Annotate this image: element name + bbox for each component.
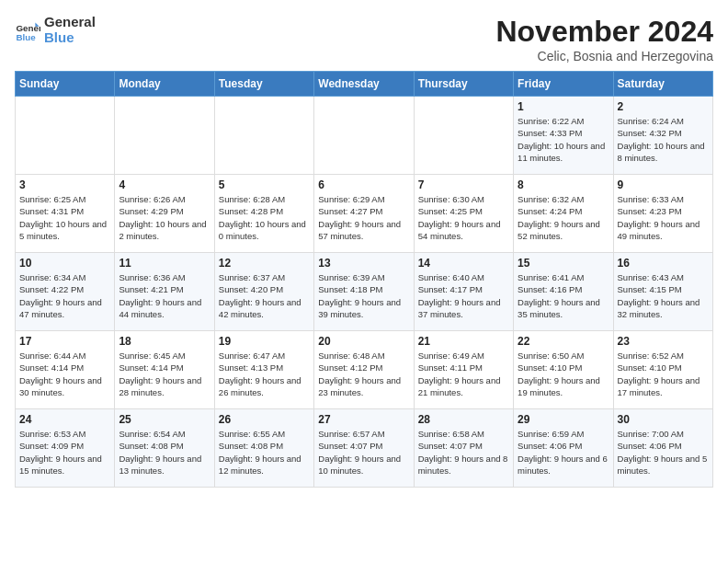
day-info: Sunrise: 6:37 AM Sunset: 4:20 PM Dayligh… [219,271,310,320]
day-info: Sunrise: 6:48 AM Sunset: 4:12 PM Dayligh… [318,350,409,398]
calendar-cell: 24Sunrise: 6:53 AM Sunset: 4:09 PM Dayli… [16,409,115,488]
week-row-5: 24Sunrise: 6:53 AM Sunset: 4:09 PM Dayli… [16,409,713,488]
calendar-cell: 23Sunrise: 6:52 AM Sunset: 4:10 PM Dayli… [613,331,712,409]
day-number: 17 [19,335,110,348]
day-number: 7 [418,178,509,191]
calendar-cell: 14Sunrise: 6:40 AM Sunset: 4:17 PM Dayli… [414,253,513,331]
calendar-cell: 30Sunrise: 7:00 AM Sunset: 4:06 PM Dayli… [613,409,712,488]
week-row-4: 17Sunrise: 6:44 AM Sunset: 4:14 PM Dayli… [16,331,713,409]
day-number: 13 [318,257,409,270]
day-info: Sunrise: 6:40 AM Sunset: 4:17 PM Dayligh… [418,271,509,320]
day-number: 16 [618,257,709,270]
day-number: 14 [418,257,509,270]
calendar-cell: 7Sunrise: 6:30 AM Sunset: 4:25 PM Daylig… [414,175,513,253]
day-info: Sunrise: 6:54 AM Sunset: 4:08 PM Dayligh… [119,428,210,477]
day-number: 5 [219,178,310,191]
weekday-monday: Monday [115,72,214,97]
day-info: Sunrise: 6:28 AM Sunset: 4:28 PM Dayligh… [219,193,310,242]
calendar-cell: 6Sunrise: 6:29 AM Sunset: 4:27 PM Daylig… [314,175,414,253]
calendar-cell: 11Sunrise: 6:36 AM Sunset: 4:21 PM Dayli… [115,253,214,331]
day-number: 12 [219,257,310,270]
calendar-table: SundayMondayTuesdayWednesdayThursdayFrid… [15,71,713,488]
day-number: 10 [19,257,110,270]
day-info: Sunrise: 6:52 AM Sunset: 4:10 PM Dayligh… [618,350,709,398]
day-info: Sunrise: 6:49 AM Sunset: 4:11 PM Dayligh… [418,350,509,398]
calendar-cell [115,97,214,175]
calendar-cell [314,97,414,175]
calendar-body: 1Sunrise: 6:22 AM Sunset: 4:33 PM Daylig… [16,97,713,488]
weekday-header-row: SundayMondayTuesdayWednesdayThursdayFrid… [16,72,713,97]
day-number: 26 [219,413,310,426]
day-number: 11 [119,257,210,270]
calendar-cell: 18Sunrise: 6:45 AM Sunset: 4:14 PM Dayli… [115,331,214,409]
calendar-cell: 21Sunrise: 6:49 AM Sunset: 4:11 PM Dayli… [414,331,513,409]
day-number: 4 [119,178,210,191]
week-row-1: 1Sunrise: 6:22 AM Sunset: 4:33 PM Daylig… [16,97,713,175]
calendar-cell [214,97,313,175]
calendar-cell: 10Sunrise: 6:34 AM Sunset: 4:22 PM Dayli… [16,253,115,331]
day-info: Sunrise: 6:50 AM Sunset: 4:10 PM Dayligh… [518,350,609,398]
weekday-thursday: Thursday [414,72,513,97]
calendar-cell: 5Sunrise: 6:28 AM Sunset: 4:28 PM Daylig… [214,175,313,253]
day-number: 15 [518,257,609,270]
day-number: 21 [418,335,509,348]
calendar-cell: 20Sunrise: 6:48 AM Sunset: 4:12 PM Dayli… [314,331,414,409]
day-number: 9 [618,178,709,191]
day-info: Sunrise: 6:47 AM Sunset: 4:13 PM Dayligh… [219,350,310,398]
week-row-3: 10Sunrise: 6:34 AM Sunset: 4:22 PM Dayli… [16,253,713,331]
svg-text:Blue: Blue [16,32,36,42]
day-info: Sunrise: 6:59 AM Sunset: 4:06 PM Dayligh… [518,428,609,477]
day-info: Sunrise: 6:41 AM Sunset: 4:16 PM Dayligh… [518,271,609,320]
weekday-sunday: Sunday [16,72,115,97]
day-info: Sunrise: 6:58 AM Sunset: 4:07 PM Dayligh… [418,428,509,477]
day-number: 24 [19,413,110,426]
day-info: Sunrise: 6:55 AM Sunset: 4:08 PM Dayligh… [219,428,310,477]
calendar-cell: 25Sunrise: 6:54 AM Sunset: 4:08 PM Dayli… [115,409,214,488]
day-number: 23 [618,335,709,348]
day-info: Sunrise: 6:22 AM Sunset: 4:33 PM Dayligh… [518,115,609,164]
day-number: 18 [119,335,210,348]
calendar-cell: 19Sunrise: 6:47 AM Sunset: 4:13 PM Dayli… [214,331,313,409]
calendar-cell: 13Sunrise: 6:39 AM Sunset: 4:18 PM Dayli… [314,253,414,331]
calendar-cell: 4Sunrise: 6:26 AM Sunset: 4:29 PM Daylig… [115,175,214,253]
location-subtitle: Celic, Bosnia and Herzegovina [495,49,713,63]
page-header: General Blue General Blue November 2024 … [15,15,713,63]
day-number: 3 [19,178,110,191]
logo-text-blue: Blue [44,30,96,46]
weekday-friday: Friday [514,72,613,97]
day-number: 28 [418,413,509,426]
calendar-cell [414,97,513,175]
day-info: Sunrise: 6:57 AM Sunset: 4:07 PM Dayligh… [318,428,409,477]
logo-text-general: General [44,15,96,30]
day-number: 29 [518,413,609,426]
calendar-cell: 22Sunrise: 6:50 AM Sunset: 4:10 PM Dayli… [514,331,613,409]
calendar-header: SundayMondayTuesdayWednesdayThursdayFrid… [16,72,713,97]
day-number: 8 [518,178,609,191]
calendar-cell: 1Sunrise: 6:22 AM Sunset: 4:33 PM Daylig… [514,97,613,175]
weekday-saturday: Saturday [613,72,712,97]
calendar-cell: 2Sunrise: 6:24 AM Sunset: 4:32 PM Daylig… [613,97,712,175]
calendar-cell: 28Sunrise: 6:58 AM Sunset: 4:07 PM Dayli… [414,409,513,488]
logo-icon: General Blue [15,17,40,43]
calendar-cell: 3Sunrise: 6:25 AM Sunset: 4:31 PM Daylig… [16,175,115,253]
day-number: 19 [219,335,310,348]
day-info: Sunrise: 6:25 AM Sunset: 4:31 PM Dayligh… [19,193,110,242]
calendar-cell: 29Sunrise: 6:59 AM Sunset: 4:06 PM Dayli… [514,409,613,488]
day-info: Sunrise: 6:29 AM Sunset: 4:27 PM Dayligh… [318,193,409,242]
day-info: Sunrise: 6:32 AM Sunset: 4:24 PM Dayligh… [518,193,609,242]
calendar-cell: 8Sunrise: 6:32 AM Sunset: 4:24 PM Daylig… [514,175,613,253]
day-number: 1 [518,100,609,113]
day-number: 25 [119,413,210,426]
day-info: Sunrise: 6:39 AM Sunset: 4:18 PM Dayligh… [318,271,409,320]
calendar-cell: 17Sunrise: 6:44 AM Sunset: 4:14 PM Dayli… [16,331,115,409]
day-number: 20 [318,335,409,348]
title-area: November 2024 Celic, Bosnia and Herzegov… [495,15,713,63]
day-number: 22 [518,335,609,348]
day-info: Sunrise: 6:34 AM Sunset: 4:22 PM Dayligh… [19,271,110,320]
day-number: 30 [618,413,709,426]
weekday-wednesday: Wednesday [314,72,414,97]
day-number: 2 [618,100,709,113]
day-info: Sunrise: 6:26 AM Sunset: 4:29 PM Dayligh… [119,193,210,242]
calendar-cell: 15Sunrise: 6:41 AM Sunset: 4:16 PM Dayli… [514,253,613,331]
day-info: Sunrise: 6:53 AM Sunset: 4:09 PM Dayligh… [19,428,110,477]
